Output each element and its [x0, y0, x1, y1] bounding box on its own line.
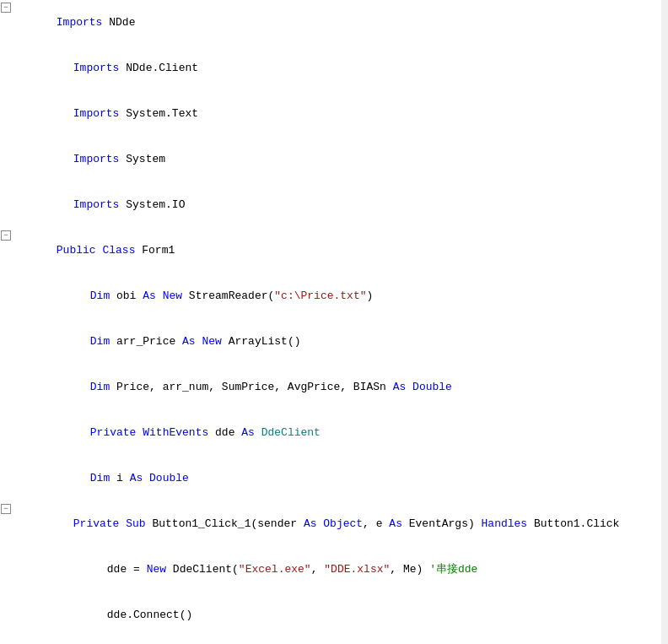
keyword: Imports [73, 198, 120, 211]
gutter: − [0, 501, 13, 514]
keyword: Imports [73, 107, 120, 120]
keyword: Double [412, 381, 452, 393]
keyword: New [163, 290, 182, 302]
keyword: New [202, 335, 221, 348]
keyword: Public [57, 244, 96, 257]
code-line: Dim obi As New StreamReader("c:\Price.tx… [0, 273, 668, 319]
keyword: As [389, 517, 402, 530]
code-content: dde = New DdeClient("Excel.exe", "DDE.xl… [13, 547, 668, 593]
code-line: Imports NDde.Client [0, 46, 668, 91]
code-content: Imports System.IO [13, 182, 668, 228]
keyword: As [182, 335, 196, 348]
code-content: Imports System.Text [13, 91, 668, 137]
keyword: Dim [90, 472, 110, 484]
keyword: As [143, 290, 156, 302]
keyword: Object [323, 517, 363, 530]
code-content: dde.Connect() [13, 593, 668, 638]
keyword: Sub [126, 517, 145, 530]
code-line: dde = New DdeClient("Excel.exe", "DDE.xl… [0, 547, 668, 593]
type-name: DdeClient [261, 426, 321, 439]
string-literal: "Excel.exe" [239, 563, 311, 576]
string-literal: "DDE.xlsx" [324, 563, 390, 576]
keyword: Private [90, 426, 137, 439]
keyword: Imports [73, 62, 120, 74]
code-content: Imports NDde.Client [13, 46, 668, 91]
keyword: New [147, 563, 166, 576]
code-line: Private WithEvents dde As DdeClient [0, 410, 668, 456]
code-content: Private Sub Button1_Click_1(sender As Ob… [13, 501, 668, 547]
code-content: Dim i As Double [13, 456, 668, 501]
keyword: Dim [90, 335, 110, 348]
string-literal: "c:\Price.txt" [274, 290, 366, 302]
keyword: As [304, 517, 317, 530]
code-line: − Private Sub Button1_Click_1(sender As … [0, 501, 668, 547]
keyword: WithEvents [143, 426, 208, 439]
code-content: Public Class Form1 [13, 228, 668, 273]
keyword: Dim [90, 290, 110, 302]
keyword: Private [73, 517, 120, 530]
keyword: Imports [57, 16, 103, 29]
code-line: Imports System.Text [0, 91, 668, 137]
code-line: Dim i As Double [0, 456, 668, 501]
keyword: As [130, 472, 143, 484]
code-line: Imports System [0, 137, 668, 182]
code-content: Imports NDde [13, 0, 668, 46]
code-line: − Public Class Form1 [0, 228, 668, 273]
code-content: Dim Price, arr_num, SumPrice, AvgPrice, … [13, 365, 668, 410]
code-line: Imports System.IO [0, 182, 668, 228]
code-content: Private WithEvents dde As DdeClient [13, 410, 668, 456]
code-line: Dim Price, arr_num, SumPrice, AvgPrice, … [0, 365, 668, 410]
keyword: As [393, 381, 407, 393]
code-line: − Imports NDde [0, 0, 668, 46]
code-content: Imports System [13, 137, 668, 182]
keyword: Imports [73, 153, 120, 165]
scrollbar-vertical[interactable] [661, 0, 668, 644]
code-content: Dim obi As New StreamReader("c:\Price.tx… [13, 273, 668, 319]
keyword: Dim [90, 381, 110, 393]
fold-icon[interactable]: − [1, 504, 11, 514]
code-content: Dim temp1 As Byte() [13, 638, 668, 644]
fold-icon[interactable]: − [1, 3, 11, 13]
code-line: dde.Connect() [0, 593, 668, 638]
code-editor: − Imports NDde Imports NDde.Client Impor… [0, 0, 668, 644]
keyword: Double [149, 472, 189, 484]
keyword: Handles [482, 517, 528, 530]
code-line: Dim arr_Price As New ArrayList() [0, 319, 668, 365]
code-content: Dim arr_Price As New ArrayList() [13, 319, 668, 365]
gutter: − [0, 228, 13, 241]
fold-icon[interactable]: − [1, 230, 11, 241]
keyword: Class [102, 244, 135, 257]
keyword: As [241, 426, 255, 439]
gutter: − [0, 0, 13, 13]
code-line: Dim temp1 As Byte() [0, 638, 668, 644]
comment: '串接dde [429, 563, 477, 576]
